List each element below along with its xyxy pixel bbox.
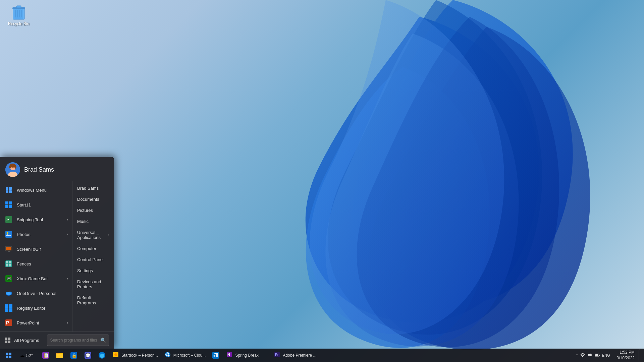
svg-rect-30 bbox=[6, 264, 8, 266]
recycle-bin-label: Recycle Bin bbox=[8, 21, 29, 26]
taskbar-app-explorer[interactable] bbox=[53, 349, 66, 361]
place-control-panel[interactable]: Control Panel bbox=[72, 254, 114, 265]
svg-rect-42 bbox=[9, 308, 12, 312]
menu-item-snipping-tool[interactable]: ✂ Snipping Tool › bbox=[0, 212, 72, 227]
xbox-arrow: › bbox=[67, 276, 68, 281]
place-settings[interactable]: Settings bbox=[72, 265, 114, 276]
svg-point-15 bbox=[14, 165, 16, 169]
screentogif-label: ScreenToGif bbox=[17, 247, 68, 252]
svg-rect-57 bbox=[56, 353, 59, 354]
taskbar-adobe[interactable]: Pr Adobe Premiere ... bbox=[271, 349, 319, 361]
svg-point-64 bbox=[114, 353, 117, 356]
search-bar[interactable]: 🔍 bbox=[47, 335, 109, 346]
windows-menu-icon bbox=[4, 185, 13, 195]
taskbar-onenote[interactable]: N Spring Break bbox=[223, 349, 270, 361]
svg-rect-79 bbox=[599, 355, 600, 356]
weather-widget[interactable]: ☁ 52° bbox=[16, 349, 36, 361]
show-desktop-button[interactable] bbox=[639, 349, 641, 361]
taskbar-left: ☁ 52° bbox=[3, 349, 36, 361]
taskbar-stardock[interactable]: Stardock – Person... bbox=[109, 349, 161, 361]
powerpoint-icon: P bbox=[4, 318, 13, 327]
svg-rect-48 bbox=[8, 341, 10, 343]
snipping-tool-icon: ✂ bbox=[4, 215, 13, 224]
search-input[interactable] bbox=[50, 338, 100, 343]
place-documents-label: Documents bbox=[77, 197, 99, 202]
taskbar-apps: 📋 🔒 💬 bbox=[39, 349, 574, 361]
powerpoint-arrow: › bbox=[67, 320, 68, 325]
photos-arrow: › bbox=[67, 232, 68, 237]
svg-rect-4 bbox=[16, 6, 21, 8]
menu-item-registry[interactable]: Registry Editor bbox=[0, 301, 72, 315]
place-devices-printers[interactable]: Devices and Printers bbox=[72, 276, 114, 292]
svg-point-76 bbox=[582, 356, 583, 357]
onedrive-icon bbox=[4, 289, 13, 298]
menu-item-powerpoint[interactable]: P PowerPoint › bbox=[0, 315, 72, 330]
recycle-bin[interactable]: Recycle Bin bbox=[7, 3, 31, 27]
svg-rect-56 bbox=[56, 354, 63, 358]
tray-volume[interactable] bbox=[587, 352, 593, 359]
svg-rect-52 bbox=[9, 356, 11, 358]
menu-item-onedrive[interactable]: OneDrive - Personal bbox=[0, 286, 72, 301]
onenote-icon: N bbox=[226, 352, 233, 359]
svg-text:o: o bbox=[213, 354, 215, 357]
taskbar-app-edge[interactable] bbox=[95, 349, 109, 361]
taskbar-app-purple[interactable]: 📋 bbox=[39, 349, 52, 361]
taskbar-microsoft-cloud[interactable]: Microsoft – Clou... bbox=[161, 349, 209, 361]
menu-item-fences[interactable]: Fences bbox=[0, 256, 72, 271]
all-programs-item[interactable]: All Programs bbox=[0, 332, 43, 349]
svg-rect-51 bbox=[6, 356, 8, 358]
place-control-panel-label: Control Panel bbox=[77, 257, 104, 262]
place-universal-apps[interactable]: Universal _ Applications › bbox=[72, 227, 114, 243]
system-tray: ^ bbox=[574, 352, 613, 359]
svg-rect-45 bbox=[5, 338, 7, 340]
svg-rect-50 bbox=[9, 353, 11, 355]
taskbar-app-dashlane[interactable]: 🔒 bbox=[67, 349, 80, 361]
place-settings-label: Settings bbox=[77, 268, 93, 273]
svg-text:🎮: 🎮 bbox=[7, 276, 12, 281]
svg-marker-77 bbox=[588, 353, 591, 357]
svg-rect-17 bbox=[9, 201, 12, 204]
svg-rect-47 bbox=[5, 341, 7, 343]
onedrive-label: OneDrive - Personal bbox=[17, 291, 68, 296]
fences-label: Fences bbox=[17, 261, 68, 266]
ms-cloud-label: Microsoft – Clou... bbox=[173, 353, 206, 358]
svg-text:N: N bbox=[227, 353, 230, 357]
taskbar-outlook[interactable]: o bbox=[209, 349, 222, 361]
tray-language[interactable]: ENG bbox=[602, 353, 610, 357]
tray-battery[interactable] bbox=[595, 352, 600, 359]
place-music-label: Music bbox=[77, 219, 89, 224]
clock[interactable]: 1:52 PM 3/10/2022 bbox=[614, 350, 637, 361]
stardock-label: Stardock – Person... bbox=[121, 353, 158, 358]
place-devices-printers-label: Devices and Printers bbox=[77, 279, 109, 289]
weather-temp: 52° bbox=[26, 353, 33, 358]
svg-rect-49 bbox=[6, 353, 8, 355]
menu-item-photos[interactable]: Photos › bbox=[0, 227, 72, 242]
taskbar-app-teams[interactable]: 💬 bbox=[81, 349, 95, 361]
svg-rect-18 bbox=[5, 205, 8, 208]
powerpoint-label: PowerPoint bbox=[17, 320, 67, 325]
svg-rect-41 bbox=[5, 308, 8, 312]
menu-item-xbox[interactable]: 🎮 Xbox Game Bar › bbox=[0, 271, 72, 286]
svg-rect-46 bbox=[8, 338, 10, 340]
place-default-programs[interactable]: Default Programs bbox=[72, 292, 114, 308]
user-header[interactable]: Brad Sams bbox=[0, 157, 114, 181]
tray-chevron[interactable]: ^ bbox=[576, 353, 578, 357]
shutdown-item[interactable]: Shut down › bbox=[112, 332, 114, 349]
start11-icon bbox=[4, 200, 13, 209]
menu-item-start11[interactable]: Start11 bbox=[0, 197, 72, 212]
start-button[interactable] bbox=[3, 349, 15, 361]
svg-rect-26 bbox=[8, 251, 10, 252]
svg-text:🔒: 🔒 bbox=[71, 353, 77, 358]
tray-network[interactable] bbox=[580, 352, 585, 359]
place-documents[interactable]: Documents bbox=[72, 194, 114, 205]
place-computer[interactable]: Computer bbox=[72, 243, 114, 254]
place-music[interactable]: Music bbox=[72, 216, 114, 227]
menu-item-windows-menu[interactable]: Windows Menu bbox=[0, 183, 72, 197]
windows-menu-label: Windows Menu bbox=[17, 188, 68, 193]
place-pictures[interactable]: Pictures bbox=[72, 205, 114, 216]
svg-rect-80 bbox=[595, 354, 598, 356]
place-brad-sams[interactable]: Brad Sams bbox=[72, 183, 114, 194]
menu-item-screentogif[interactable]: ScreenToGif bbox=[0, 242, 72, 256]
clock-time: 1:52 PM bbox=[620, 350, 635, 355]
ms-cloud-icon bbox=[164, 352, 171, 359]
